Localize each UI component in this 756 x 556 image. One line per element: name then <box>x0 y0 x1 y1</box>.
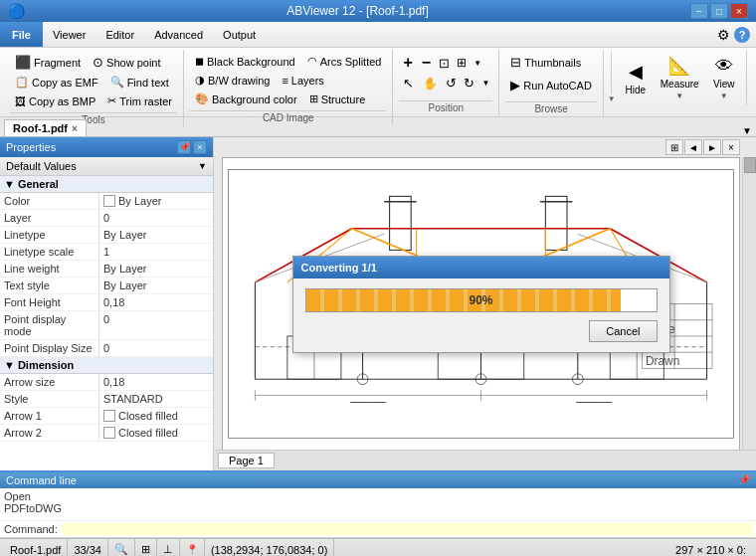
prop-linetype-label: Linetype <box>0 227 99 243</box>
window-controls[interactable]: − □ × <box>690 3 748 19</box>
menu-output[interactable]: Output <box>213 22 266 47</box>
position-group-label: Position <box>399 100 492 113</box>
menu-editor[interactable]: Editor <box>95 22 144 47</box>
bw-button[interactable]: ◑ B/W drawing <box>190 71 275 90</box>
zoom-dropdown[interactable]: ▼ <box>471 57 484 70</box>
run-autocad-button[interactable]: ▶ Run AutoCAD <box>505 75 596 95</box>
prop-arrow1-label: Arrow 1 <box>0 408 99 424</box>
zoom-fit-button[interactable]: ⊞ <box>454 54 470 72</box>
tab-scroll-icon[interactable]: ▼ <box>742 125 752 136</box>
close-button[interactable]: × <box>730 3 748 19</box>
zoom-out-button[interactable]: − <box>418 52 435 74</box>
pan-icon: ✋ <box>423 77 438 91</box>
command-line-pin-icon[interactable]: 📌 <box>738 474 750 486</box>
progress-text: 90% <box>469 293 492 307</box>
prop-linetype-scale-value[interactable]: 1 <box>99 244 213 260</box>
pan-button[interactable]: ✋ <box>419 75 442 93</box>
command-line-title: Command line <box>6 474 77 486</box>
menu-bar: File Viewer Editor Advanced Output ⚙ ? <box>0 22 756 48</box>
prop-style-value[interactable]: STANDARD <box>99 391 213 407</box>
cancel-button[interactable]: Cancel <box>589 320 657 342</box>
structure-button[interactable]: ⊞ Structure <box>304 90 371 108</box>
prop-textstyle-value[interactable]: By Layer <box>99 278 213 293</box>
page-1-tab[interactable]: Page 1 <box>218 453 275 468</box>
rotate-dropdown[interactable]: ▼ <box>478 77 492 90</box>
menu-file[interactable]: File <box>0 22 43 47</box>
bg-color-button[interactable]: 🎨 Background color <box>190 90 302 108</box>
copy-bmp-button[interactable]: 🖼 Copy as BMP <box>10 93 100 110</box>
arrow1-text: Closed filled <box>118 410 178 422</box>
prop-lineweight-value[interactable]: By Layer <box>99 261 213 277</box>
status-cursor-icon[interactable]: ⊥ <box>157 539 180 556</box>
layers-button[interactable]: ≡ Layers <box>277 72 328 90</box>
zoom-in-button[interactable]: + <box>399 52 416 74</box>
find-text-label: Find text <box>127 77 169 89</box>
maximize-button[interactable]: □ <box>710 3 728 19</box>
view-controls-group: ▼ ◀ Hide 📐 Measure ▼ 👁 View ▼ <box>604 50 747 105</box>
select-button[interactable]: ↖ <box>399 74 418 93</box>
status-search-icon[interactable]: 🔍 <box>108 539 135 556</box>
scrollbar-thumb[interactable] <box>744 157 756 173</box>
show-point-button[interactable]: ⊙ Show point <box>88 52 165 73</box>
arcs-button[interactable]: ◠ Arcs Splitted <box>302 52 387 71</box>
prop-color-value[interactable]: By Layer <box>99 193 213 209</box>
roof-pdf-tab[interactable]: Roof-1.pdf × <box>4 119 87 136</box>
browse-dropdown-arrow[interactable]: ▼ <box>608 94 616 103</box>
fragment-button[interactable]: ⬛ Fragment <box>10 52 86 73</box>
measure-button[interactable]: 📐 Measure ▼ <box>654 52 706 103</box>
prop-point-mode-value[interactable]: 0 <box>99 311 213 339</box>
prop-fontheight-value[interactable]: 0,18 <box>99 294 213 310</box>
zoom-fit-icon: ⊞ <box>457 56 467 70</box>
find-text-button[interactable]: 🔍 Find text <box>105 73 174 92</box>
cad-close-button[interactable]: × <box>722 139 740 155</box>
prop-point-mode-label: Point display mode <box>0 311 99 339</box>
copy-emf-button[interactable]: 📋 Copy as EMF <box>10 73 103 92</box>
tab-label: Roof-1.pdf <box>13 122 68 134</box>
menu-viewer[interactable]: Viewer <box>43 22 95 47</box>
cmd-line-2: PDFtoDWG <box>4 502 752 514</box>
command-input[interactable] <box>62 523 752 535</box>
status-coord-icon: 📍 <box>180 539 205 556</box>
menu-advanced[interactable]: Advanced <box>144 22 213 47</box>
cad-prev-button[interactable]: ◄ <box>684 139 702 155</box>
cad-viewer[interactable]: ⊞ ◄ ► × <box>214 137 756 470</box>
prop-linetype-value[interactable]: By Layer <box>99 227 213 243</box>
prop-layer-value[interactable]: 0 <box>99 210 213 226</box>
hide-button[interactable]: ◀ Hide <box>618 52 654 103</box>
command-line-header: Command line 📌 <box>0 472 756 488</box>
trim-raster-button[interactable]: ✂ Trim raster <box>102 92 177 110</box>
minimize-button[interactable]: − <box>690 3 708 19</box>
cad-zoom-fit-button[interactable]: ⊞ <box>665 139 683 155</box>
cad-drawing-area[interactable]: ——— ——— Ref Scale Date Drawn <box>222 157 740 451</box>
rotate-left-button[interactable]: ↺ <box>443 74 460 93</box>
view-button[interactable]: 👁 View ▼ <box>706 52 742 103</box>
properties-pin-button[interactable]: 📌 <box>177 140 191 154</box>
zoom-window-button[interactable]: ⊡ <box>436 54 453 73</box>
cad-scrollbar-v[interactable] <box>742 157 756 451</box>
rotate-right-button[interactable]: ↻ <box>461 74 477 93</box>
prop-color-label: Color <box>0 193 99 209</box>
properties-close-button[interactable]: × <box>193 140 207 154</box>
general-collapse-icon[interactable]: ▼ <box>4 178 15 190</box>
dimension-collapse-icon[interactable]: ▼ <box>4 359 15 371</box>
toolbar-settings-icon[interactable]: ⚙ <box>717 27 730 43</box>
prop-arrow1-value[interactable]: Closed filled <box>99 408 213 424</box>
prop-arrow2-value[interactable]: Closed filled <box>99 425 213 441</box>
cad-next-button[interactable]: ► <box>703 139 721 155</box>
converting-dialog-overlay: Converting 1/1 90% Cancel <box>223 158 739 450</box>
hide-label: Hide <box>625 85 646 95</box>
status-grid-icon[interactable]: ⊞ <box>135 539 157 556</box>
structure-label: Structure <box>321 93 366 105</box>
thumbnails-button[interactable]: ⊟ Thumbnails <box>505 52 596 73</box>
prop-linetype-scale: Linetype scale 1 <box>0 244 213 261</box>
default-values-dropdown[interactable]: ▼ <box>198 161 207 171</box>
prop-arrowsize-value[interactable]: 0,18 <box>99 374 213 390</box>
help-icon[interactable]: ? <box>734 27 750 43</box>
dialog-title: Converting 1/1 <box>301 262 377 274</box>
dialog-content: 90% Cancel <box>293 278 669 352</box>
status-dimensions: 297 × 210 × 0: <box>669 539 752 556</box>
black-bg-button[interactable]: ◼ Black Background <box>190 52 300 71</box>
prop-point-size-value[interactable]: 0 <box>99 340 213 356</box>
page-tab-bar: Page 1 <box>214 450 756 470</box>
tab-close-button[interactable]: × <box>72 123 78 134</box>
